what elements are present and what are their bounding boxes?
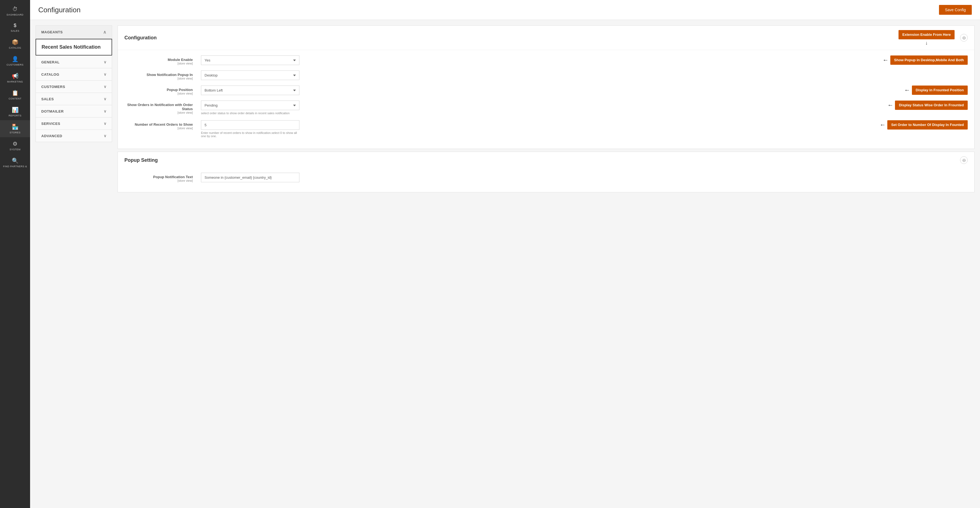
accordion-advanced: ADVANCED ∨	[35, 130, 112, 142]
popup-position-select[interactable]: Bottom Left Bottom Right Top Left Top Ri…	[201, 86, 299, 95]
show-notification-sublabel: [store view]	[124, 77, 193, 80]
sidebar-item-marketing-label: MARKETING	[7, 80, 23, 83]
accordion-dotmailer-label: DOTMAILER	[41, 109, 64, 113]
accordion-sales-header[interactable]: SALES ∨	[36, 93, 112, 105]
accordion-general-label: GENERAL	[41, 60, 60, 64]
popup-setting-header: Popup Setting ⊖	[118, 152, 974, 168]
show-orders-select[interactable]: Pending Processing Complete Cancelled	[201, 100, 299, 110]
accordion-catalog: CATALOG ∨	[35, 68, 112, 81]
sidebar-item-find-partners[interactable]: 🔍 FIND PARTNERS &	[0, 154, 30, 171]
popup-notification-text-row: Popup Notification Text [store view]	[124, 173, 968, 182]
show-orders-label-area: Show Orders in Notification with Order S…	[124, 100, 196, 114]
accordion-dotmailer-header[interactable]: DOTMAILER ∨	[36, 105, 112, 117]
sidebar-item-customers-label: CUSTOMERS	[6, 64, 24, 66]
show-notification-label: Show Notification Popup In	[124, 73, 193, 77]
accordion-advanced-header[interactable]: ADVANCED ∨	[36, 130, 112, 142]
mageants-label: MAGEANTS	[41, 30, 63, 34]
accordion-catalog-label: CATALOG	[41, 72, 59, 76]
sidebar-item-reports[interactable]: 📊 REPORTS	[0, 103, 30, 120]
main-content: Configuration Save Config MAGEANTS ∧ Rec…	[30, 0, 980, 508]
display-status-callout: Display Status Wise Order In Frounted	[895, 100, 968, 110]
popup-setting-title: Popup Setting	[124, 157, 158, 163]
accordion-sales-chevron-icon: ∨	[103, 97, 107, 101]
accordion-dotmailer-chevron-icon: ∨	[103, 109, 107, 113]
sidebar-item-content[interactable]: 📋 CONTENT	[0, 86, 30, 103]
sidebar-item-catalog[interactable]: 📦 CATALOG	[0, 35, 30, 52]
number-recent-orders-row: Number of Recent Orders to Show [store v…	[124, 120, 968, 138]
popup-position-sublabel: [store view]	[124, 92, 193, 95]
number-recent-orders-input[interactable]	[201, 120, 299, 130]
content-area: MAGEANTS ∧ Recent Sales Notification GEN…	[30, 20, 980, 508]
sidebar-item-reports-label: REPORTS	[9, 114, 22, 117]
sidebar-item-sales-label: SALES	[11, 30, 19, 32]
show-orders-sublabel: [store view]	[124, 111, 193, 114]
display-position-callout: Display in Frounted Position	[912, 86, 968, 95]
show-orders-label: Show Orders in Notification with Order S…	[124, 103, 193, 111]
sidebar-item-stores[interactable]: 🏪 STORES	[0, 120, 30, 137]
accordion-services-label: SERVICES	[41, 122, 60, 126]
down-arrow-icon: ↓	[925, 40, 928, 45]
popup-notification-text-input-area	[201, 173, 968, 182]
accordion-customers: CUSTOMERS ∨	[35, 81, 112, 93]
sidebar-item-sales[interactable]: $ SALES	[0, 19, 30, 35]
set-order-callout-wrapper: ← Set Order to Number Of Display In Foun…	[880, 120, 968, 130]
show-popup-callout: Show Popup in Desktop,Mobile And Both	[890, 56, 968, 65]
sidebar-item-customers[interactable]: 👤 CUSTOMERS	[0, 52, 30, 70]
arrow-right-4-icon: ←	[880, 121, 886, 129]
arrow-right-3-icon: ←	[887, 102, 893, 109]
module-enable-select[interactable]: Yes No	[201, 56, 299, 65]
content-icon: 📋	[12, 90, 19, 96]
popup-notification-text-input[interactable]	[201, 173, 299, 182]
stores-icon: 🏪	[12, 124, 19, 130]
accordion-advanced-label: ADVANCED	[41, 134, 62, 138]
right-panel: Configuration Extension Enable From Here…	[118, 25, 975, 503]
show-notification-row: Show Notification Popup In [store view] …	[124, 70, 968, 80]
accordion-customers-label: CUSTOMERS	[41, 85, 65, 89]
display-position-arrow-area: ← Display in Frounted Position	[904, 86, 968, 95]
mageants-section-header[interactable]: MAGEANTS ∧	[35, 25, 112, 39]
sidebar-item-dashboard-label: DASHBOARD	[6, 13, 24, 16]
accordion-catalog-header[interactable]: CATALOG ∨	[36, 68, 112, 80]
arrow-right-icon: ←	[883, 57, 889, 64]
number-recent-orders-label-area: Number of Recent Orders to Show [store v…	[124, 120, 196, 130]
sidebar-item-find-partners-label: FIND PARTNERS &	[3, 165, 27, 168]
system-icon: ⚙	[13, 140, 18, 147]
sidebar-item-system[interactable]: ⚙ SYSTEM	[0, 137, 30, 154]
popup-setting-section: Popup Setting ⊖ Popup Notification Text …	[118, 152, 975, 192]
module-enable-label-area: Module Enable [store view]	[124, 56, 196, 65]
sidebar-item-dashboard[interactable]: ⏱ DASHBOARD	[0, 3, 30, 19]
number-recent-orders-sublabel: [store view]	[124, 127, 193, 130]
accordion-sales-label: SALES	[41, 97, 54, 101]
accordion-dotmailer: DOTMAILER ∨	[35, 105, 112, 117]
accordion-catalog-chevron-icon: ∨	[103, 72, 107, 76]
recent-sales-notification-item[interactable]: Recent Sales Notification	[35, 39, 112, 56]
mageants-chevron-icon: ∧	[103, 30, 107, 35]
show-notification-select[interactable]: Desktop Mobile Both	[201, 70, 299, 80]
number-recent-orders-hint: Enter number of recent orders to show in…	[201, 131, 299, 138]
accordion-services-header[interactable]: SERVICES ∨	[36, 117, 112, 130]
recent-sales-label: Recent Sales Notification	[41, 44, 100, 50]
accordion-customers-header[interactable]: CUSTOMERS ∨	[36, 81, 112, 93]
popup-setting-collapse-button[interactable]: ⊖	[960, 156, 968, 164]
accordion-services-chevron-icon: ∨	[103, 121, 107, 126]
configuration-section-title: Configuration	[124, 35, 157, 41]
accordion-advanced-chevron-icon: ∨	[103, 133, 107, 138]
accordion-sales: SALES ∨	[35, 93, 112, 105]
configuration-collapse-button[interactable]: ⊖	[960, 34, 968, 41]
popup-position-label: Popup Position	[124, 88, 193, 92]
accordion-general-header[interactable]: GENERAL ∨	[36, 56, 112, 68]
sales-icon: $	[14, 23, 16, 29]
sidebar-item-marketing[interactable]: 📢 MARKETING	[0, 70, 30, 86]
save-config-button[interactable]: Save Config	[939, 5, 972, 15]
dashboard-icon: ⏱	[12, 6, 18, 12]
popup-position-row: Popup Position [store view] Bottom Left …	[124, 86, 968, 95]
display-status-arrow-area: ← Display Status Wise Order In Frounted	[887, 100, 968, 110]
number-recent-orders-label: Number of Recent Orders to Show	[124, 122, 193, 127]
show-popup-arrow-area: ← Show Popup in Desktop,Mobile And Both	[883, 56, 968, 65]
popup-notification-text-sublabel: [store view]	[124, 179, 193, 182]
display-position-callout-wrapper: ← Display in Frounted Position	[904, 86, 968, 95]
marketing-icon: 📢	[12, 73, 19, 79]
set-order-callout: Set Order to Number Of Display In Founte…	[887, 120, 968, 130]
popup-setting-body: Popup Notification Text [store view]	[118, 168, 974, 192]
customers-icon: 👤	[12, 56, 19, 62]
